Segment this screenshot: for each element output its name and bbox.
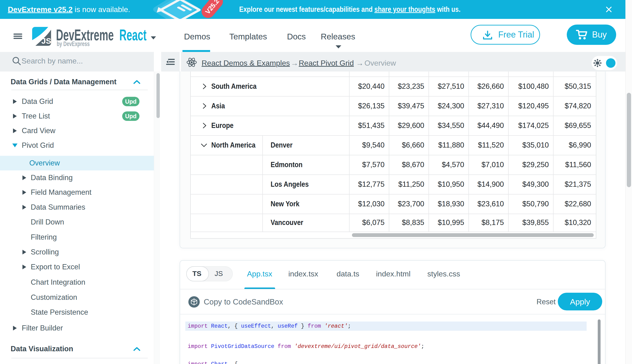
svg-text:JS: JS — [41, 36, 51, 45]
